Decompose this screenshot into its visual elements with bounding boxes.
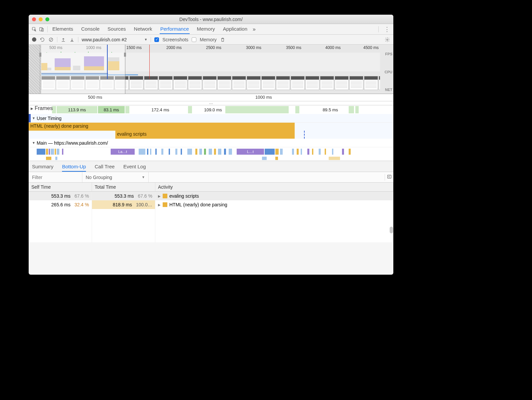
- separator: [151, 37, 151, 42]
- main-track-header[interactable]: ▼ Main — https://www.paulirish.com/: [29, 139, 393, 147]
- col-self-time[interactable]: Self Time: [29, 183, 92, 192]
- divider: [47, 26, 48, 32]
- overview-labels: FPS CPU NET: [380, 45, 393, 94]
- filter-input[interactable]: [29, 175, 82, 180]
- screenshots-checkbox[interactable]: ✓: [154, 37, 159, 42]
- timing-end-marker: [304, 131, 305, 139]
- col-total-time[interactable]: Total Time: [92, 183, 155, 192]
- selection-handle-right[interactable]: [124, 53, 126, 57]
- main-flame-track[interactable]: La…t L…t: [29, 147, 393, 161]
- tab-network[interactable]: Network: [133, 24, 153, 34]
- activity-swatch-icon: [163, 202, 167, 207]
- inspect-element-icon[interactable]: [31, 27, 38, 32]
- details-tabs: Summary Bottom-Up Call Tree Event Log: [29, 161, 393, 172]
- heaviest-stack-toggle[interactable]: [385, 174, 393, 181]
- dtab-call-tree[interactable]: Call Tree: [95, 163, 115, 172]
- dtab-bottom-up[interactable]: Bottom-Up: [62, 163, 86, 172]
- frame-segment[interactable]: 83.1 ms: [98, 106, 125, 113]
- user-timing-label: User Timing: [35, 116, 62, 121]
- overview-tick: 4000 ms: [325, 45, 341, 50]
- fps-label: FPS: [381, 52, 392, 56]
- overview-pane[interactable]: 500 ms 1000 ms 1500 ms 2000 ms 2500 ms 3…: [29, 45, 393, 94]
- tabs-overflow-button[interactable]: »: [253, 26, 256, 32]
- load-event-marker: [149, 45, 150, 79]
- scrollbar-thumb[interactable]: [390, 227, 393, 233]
- ruler-tick: 1000 ms: [255, 95, 272, 100]
- titlebar: DevTools - www.paulirish.com/: [29, 15, 393, 24]
- tab-console[interactable]: Console: [81, 24, 100, 34]
- tab-sources[interactable]: Sources: [107, 24, 127, 34]
- disclosure-down-icon[interactable]: ▼: [29, 141, 35, 145]
- zoom-window-button[interactable]: [45, 17, 49, 21]
- frame-segment[interactable]: 172.4 ms: [132, 106, 189, 113]
- grouping-label: No Grouping: [86, 175, 112, 180]
- memory-label: Memory: [200, 37, 217, 42]
- flame-chunk[interactable]: L…t: [237, 149, 264, 155]
- tab-performance[interactable]: Performance: [160, 24, 190, 34]
- panel-tabs: Elements Console Sources Network Perform…: [52, 24, 248, 34]
- tab-application[interactable]: Application: [222, 24, 248, 34]
- divider: [378, 26, 379, 32]
- garbage-collect-button[interactable]: [220, 37, 225, 42]
- user-timing-header[interactable]: ▼ User Timing: [29, 114, 393, 123]
- overview-selection[interactable]: [40, 45, 125, 94]
- timeline-ruler[interactable]: 500 ms 1000 ms: [29, 94, 393, 101]
- expand-icon[interactable]: ▶: [158, 203, 161, 207]
- filter-row: No Grouping ▼: [29, 172, 393, 183]
- separator: [57, 37, 57, 42]
- load-profile-button[interactable]: [61, 37, 66, 42]
- screenshots-label: Screenshots: [162, 37, 188, 42]
- panel-tabbar: Elements Console Sources Network Perform…: [29, 24, 393, 35]
- svg-point-4: [387, 39, 388, 40]
- net-label: NET: [381, 88, 392, 92]
- frames-label: Frames: [35, 105, 53, 111]
- dtab-event-log[interactable]: Event Log: [123, 163, 146, 172]
- reload-record-button[interactable]: [40, 37, 45, 42]
- timing-bar-evaling-scripts[interactable]: evaling scripts: [115, 131, 295, 139]
- caret-down-icon: ▼: [144, 38, 147, 41]
- close-window-button[interactable]: [32, 17, 36, 21]
- memory-checkbox[interactable]: [192, 37, 196, 42]
- tab-elements[interactable]: Elements: [52, 24, 74, 34]
- frame-segment[interactable]: 113.9 ms: [57, 106, 97, 113]
- svg-rect-5: [387, 175, 391, 178]
- expand-icon[interactable]: ▶: [158, 194, 161, 198]
- flamechart-pane[interactable]: ▶ Frames 113.9 ms 83.1 ms 172.4 ms 109.0…: [29, 105, 393, 242]
- performance-toolbar: www.paulirish.com #2 ▼ ✓ Screenshots Mem…: [29, 35, 393, 45]
- minimize-window-button[interactable]: [39, 17, 43, 21]
- flame-chunk[interactable]: La…t: [111, 149, 135, 155]
- main-track-label: Main — https://www.paulirish.com/: [35, 140, 108, 146]
- playhead-marker: [107, 45, 108, 79]
- record-button[interactable]: [32, 37, 36, 42]
- activity-swatch-icon: [163, 194, 167, 198]
- user-timing-track[interactable]: HTML (nearly) done parsing: [29, 123, 393, 131]
- kebab-menu-icon[interactable]: ⋮: [383, 26, 391, 32]
- save-profile-button[interactable]: [69, 37, 75, 42]
- window-title: DevTools - www.paulirish.com/: [179, 17, 243, 22]
- tab-memory[interactable]: Memory: [196, 24, 216, 34]
- overview-tick: 2500 ms: [206, 45, 221, 50]
- overview-tick: 4500 ms: [363, 45, 379, 50]
- overview-gutter: [29, 45, 41, 94]
- clear-button[interactable]: [48, 37, 54, 42]
- timing-bar-html-parsing[interactable]: HTML (nearly) done parsing: [29, 123, 295, 131]
- selection-handle-left[interactable]: [39, 53, 41, 57]
- traffic-lights: [29, 17, 49, 21]
- disclosure-right-icon[interactable]: ▶: [31, 107, 33, 110]
- separator: [78, 37, 78, 42]
- overview-tick: 3500 ms: [286, 45, 301, 50]
- user-timing-track[interactable]: evaling scripts: [29, 131, 393, 139]
- device-toolbar-icon[interactable]: [38, 27, 45, 32]
- frames-track[interactable]: ▶ Frames 113.9 ms 83.1 ms 172.4 ms 109.0…: [29, 105, 393, 114]
- overview-tick: 3000 ms: [246, 45, 261, 50]
- settings-button[interactable]: [385, 37, 390, 42]
- svg-rect-1: [40, 27, 42, 31]
- overview-tick: 2000 ms: [166, 45, 182, 50]
- collapsed-tracks-indicator[interactable]: …: [29, 101, 393, 105]
- frame-segment[interactable]: 89.5 ms: [305, 106, 355, 113]
- grouping-select[interactable]: No Grouping ▼: [82, 172, 149, 182]
- dtab-summary[interactable]: Summary: [32, 163, 53, 172]
- overview-main[interactable]: 500 ms 1000 ms 1500 ms 2000 ms 2500 ms 3…: [41, 45, 380, 94]
- col-activity[interactable]: Activity: [155, 183, 393, 192]
- profile-select[interactable]: www.paulirish.com #2 ▼: [82, 37, 147, 42]
